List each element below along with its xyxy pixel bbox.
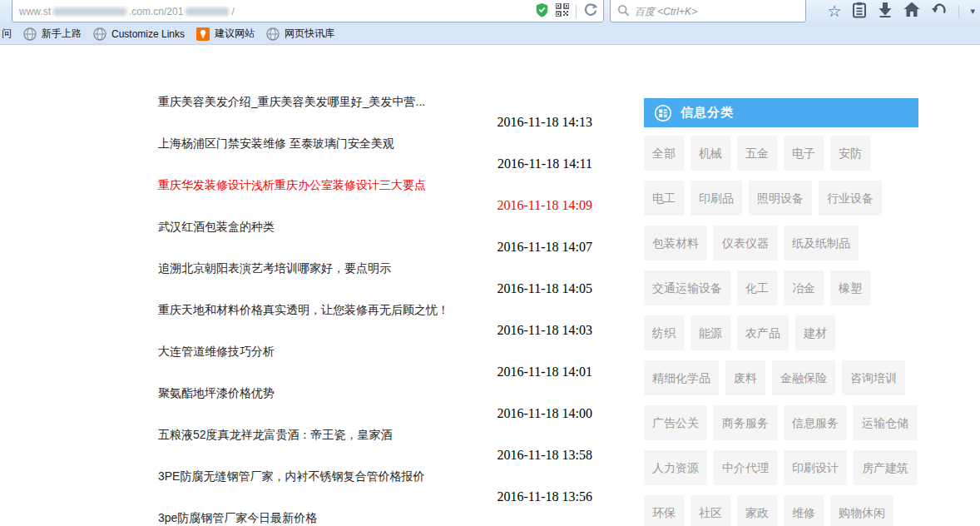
category-button[interactable]: 维修 (784, 495, 824, 526)
bookmark-label: Customize Links (111, 28, 185, 40)
article-title-link[interactable]: 追溯北京朝阳表演艺考培训哪家好，要点明示 (158, 260, 592, 276)
globe-icon (266, 27, 280, 41)
category-button[interactable]: 电子 (784, 136, 824, 171)
category-button[interactable]: 纺织 (644, 315, 684, 350)
search-box[interactable] (610, 0, 806, 22)
article-item: 重庆华发装修设计浅析重庆办公室装修设计三大要点2016-11-18 14:09 (158, 176, 592, 218)
article-title-link[interactable]: 重庆华发装修设计浅析重庆办公室装修设计三大要点 (158, 176, 592, 193)
category-button[interactable]: 家政 (737, 495, 777, 526)
article-title-link[interactable]: 聚氨酯地坪漆价格优势 (158, 385, 592, 401)
category-button[interactable]: 商务服务 (714, 405, 777, 440)
category-grid-icon (654, 104, 672, 122)
category-button[interactable]: 建材 (795, 315, 835, 350)
category-button[interactable]: 人力资源 (644, 450, 707, 485)
article-timestamp: 2016-11-18 14:13 (158, 110, 592, 135)
category-button[interactable]: 运输仓储 (854, 405, 917, 440)
category-button[interactable]: 中介代理 (714, 450, 777, 485)
article-item: 聚氨酯地坪漆价格优势2016-11-18 14:00 (158, 385, 592, 426)
toolbar-dropdown-caret-icon[interactable]: ▾ (970, 6, 975, 17)
category-button[interactable]: 金融保险 (772, 360, 835, 395)
category-button[interactable]: 包装材料 (644, 226, 707, 261)
globe-icon (93, 27, 106, 41)
category-button[interactable]: 信息服务 (784, 405, 847, 440)
home-icon[interactable] (903, 2, 920, 21)
article-list: 重庆美容美发介绍_重庆美容美发哪里好_美发中营...2016-11-18 14:… (158, 93, 592, 526)
security-shield-icon[interactable] (535, 2, 549, 21)
category-button[interactable]: 废料 (725, 360, 765, 395)
category-button[interactable]: 印刷品 (690, 181, 742, 216)
category-button[interactable]: 安防 (830, 136, 870, 171)
url-blurred-segment (186, 7, 229, 16)
category-button[interactable]: 环保 (644, 495, 684, 526)
downloads-icon[interactable] (878, 2, 893, 21)
browser-chrome: www.st .com.cn/201 / (0, 0, 980, 45)
article-timestamp: 2016-11-18 13:56 (158, 484, 592, 509)
category-button[interactable]: 印刷设计 (784, 450, 847, 485)
category-button[interactable]: 咨询培训 (842, 360, 905, 395)
article-item: 3PE防腐无缝钢管厂家，内衬不锈钢复合管价格报价2016-11-18 13:56 (158, 468, 592, 509)
article-item: 大连管道维修技巧分析2016-11-18 14:01 (158, 343, 592, 385)
category-button[interactable]: 橡塑 (830, 270, 870, 305)
category-button[interactable]: 能源 (690, 315, 730, 350)
bookmark-item[interactable]: Customize Links (93, 27, 185, 41)
article-item: 追溯北京朝阳表演艺考培训哪家好，要点明示2016-11-18 14:05 (158, 260, 592, 301)
bookmark-item[interactable]: 网页快讯库 (266, 27, 334, 41)
qr-code-icon[interactable] (556, 3, 569, 20)
undo-history-icon[interactable] (931, 2, 948, 21)
article-timestamp: 2016-11-18 13:58 (158, 443, 592, 468)
article-title-link[interactable]: 五粮液52度真龙祥龙富贵酒：帝王瓷，皇家酒 (158, 426, 592, 443)
article-timestamp: 2016-11-18 14:09 (158, 193, 592, 218)
article-item: 3pe防腐钢管厂家今日最新价格 (158, 509, 592, 526)
article-title-link[interactable]: 重庆天地和材料价格真实透明，让您装修再无后顾之忧！ (158, 301, 592, 318)
category-button[interactable]: 交通运输设备 (644, 270, 730, 305)
globe-icon (23, 27, 37, 41)
bookmark-label: 建议网站 (215, 27, 255, 41)
category-button[interactable]: 化工 (737, 270, 777, 305)
article-timestamp: 2016-11-18 14:05 (158, 276, 592, 301)
bookmark-label: 网页快讯库 (285, 27, 334, 41)
category-button[interactable]: 冶金 (784, 270, 824, 305)
category-button[interactable]: 仪表仪器 (714, 226, 777, 261)
article-timestamp: 2016-11-18 14:00 (158, 401, 592, 426)
category-button[interactable]: 农产品 (737, 315, 789, 350)
url-text[interactable]: www.st .com.cn/201 / (19, 6, 535, 17)
article-title-link[interactable]: 3PE防腐无缝钢管厂家，内衬不锈钢复合管价格报价 (158, 468, 592, 484)
category-button[interactable]: 全部 (644, 136, 684, 171)
category-button[interactable]: 行业设备 (819, 181, 882, 216)
bookmark-label: 新手上路 (42, 27, 82, 41)
article-timestamp: 2016-11-18 14:11 (158, 151, 592, 176)
address-bar[interactable]: www.st .com.cn/201 / (12, 0, 604, 22)
article-title-link[interactable]: 武汉红酒包装盒的种类 (158, 218, 592, 235)
article-item: 五粮液52度真龙祥龙富贵酒：帝王瓷，皇家酒2016-11-18 13:58 (158, 426, 592, 468)
category-button[interactable]: 房产建筑 (854, 450, 917, 485)
bookmark-item[interactable]: 建议网站 (196, 27, 255, 41)
article-timestamp: 2016-11-18 14:07 (158, 235, 592, 260)
article-title-link[interactable]: 大连管道维修技巧分析 (158, 343, 592, 360)
url-fragment: .com.cn/201 (129, 6, 183, 17)
category-button[interactable]: 机械 (690, 136, 730, 171)
article-title-link[interactable]: 3pe防腐钢管厂家今日最新价格 (158, 509, 592, 526)
navigation-bar: www.st .com.cn/201 / (0, 0, 980, 23)
category-button[interactable]: 社区 (690, 495, 730, 526)
category-button[interactable]: 广告公关 (644, 405, 707, 440)
category-button[interactable]: 购物休闲 (830, 495, 893, 526)
category-button[interactable]: 五金 (737, 136, 777, 171)
category-button[interactable]: 精细化学品 (644, 360, 719, 395)
address-bar-icons (535, 2, 600, 21)
category-button[interactable]: 照明设备 (749, 181, 812, 216)
category-button[interactable]: 纸及纸制品 (784, 226, 859, 261)
bookmark-item[interactable]: 新手上路 (23, 27, 82, 41)
toolbar-icons: ☆ ▾ (827, 0, 975, 22)
search-icon (617, 4, 630, 20)
refresh-icon[interactable] (583, 2, 598, 21)
article-title-link[interactable]: 上海杨浦区门禁安装维修 至泰玻璃门安全美观 (158, 135, 592, 151)
article-timestamp: 2016-11-18 14:03 (158, 318, 592, 343)
bookmarks-menu-icon[interactable] (852, 2, 867, 22)
category-button[interactable]: 电工 (644, 181, 684, 216)
search-input[interactable] (635, 6, 799, 17)
bookmark-star-icon[interactable]: ☆ (827, 3, 841, 19)
url-fragment: www.st (19, 6, 51, 17)
divider (958, 5, 959, 18)
bookmark-item-truncated[interactable]: 问 (2, 27, 12, 41)
article-title-link[interactable]: 重庆美容美发介绍_重庆美容美发哪里好_美发中营... (158, 93, 592, 110)
